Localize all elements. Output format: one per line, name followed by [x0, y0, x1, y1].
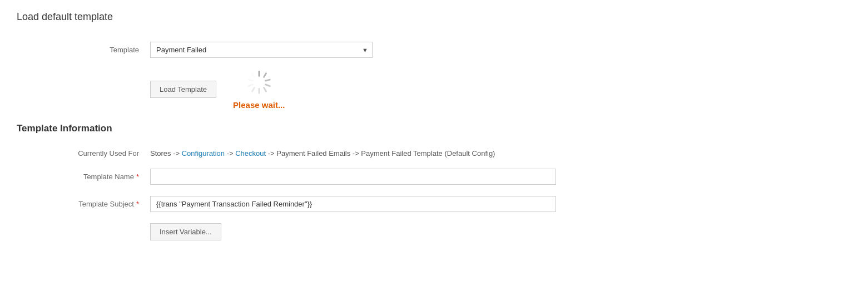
insert-variable-button[interactable]: Insert Variable... — [150, 223, 221, 240]
insert-variable-row: Insert Variable... — [17, 223, 851, 240]
load-template-row: Load Template Please wait... — [150, 69, 851, 110]
svg-line-2 — [265, 80, 270, 81]
svg-line-7 — [249, 85, 253, 86]
template-select[interactable]: Payment Failed — [150, 42, 373, 58]
currently-used-for-prefix: Stores -> — [150, 149, 182, 158]
template-row: Template Payment Failed ▼ — [17, 42, 851, 58]
section-title: Load default template — [17, 11, 851, 28]
template-name-row: Template Name* — [17, 169, 851, 185]
template-subject-input-wrap — [150, 196, 573, 212]
currently-used-for-suffix: -> Payment Failed Emails -> Payment Fail… — [266, 149, 495, 158]
svg-line-8 — [249, 80, 253, 81]
page-container: Load default template Template Payment F… — [17, 11, 851, 240]
checkout-link[interactable]: Checkout — [235, 149, 266, 158]
template-name-label: Template Name* — [17, 169, 150, 181]
loader-area: Please wait... — [233, 69, 285, 110]
template-information-title: Template Information — [17, 123, 851, 134]
template-subject-input[interactable] — [150, 196, 556, 212]
svg-line-4 — [264, 88, 266, 92]
template-subject-row: Template Subject* — [17, 196, 851, 212]
template-label: Template — [17, 42, 150, 54]
spinner-wrap: Please wait... — [233, 69, 285, 110]
insert-variable-spacer — [17, 223, 150, 227]
template-dropdown-wrap: Payment Failed ▼ — [150, 42, 373, 58]
svg-line-6 — [252, 88, 254, 92]
insert-variable-wrap: Insert Variable... — [150, 223, 573, 240]
svg-line-1 — [264, 73, 266, 77]
loading-spinner — [246, 69, 272, 96]
svg-line-3 — [265, 85, 270, 86]
please-wait-text: Please wait... — [233, 100, 285, 110]
template-name-input[interactable] — [150, 169, 556, 185]
template-subject-required: * — [136, 200, 139, 208]
currently-used-for-label: Currently Used For — [17, 145, 150, 158]
template-name-input-wrap — [150, 169, 573, 185]
svg-line-9 — [252, 73, 254, 77]
configuration-link[interactable]: Configuration — [182, 149, 225, 158]
currently-used-for-row: Currently Used For Stores -> Configurati… — [17, 145, 851, 158]
template-name-required: * — [136, 173, 139, 181]
currently-used-for-value: Stores -> Configuration -> Checkout -> P… — [150, 145, 573, 158]
load-template-button[interactable]: Load Template — [150, 81, 216, 98]
template-information-section: Template Information Currently Used For … — [17, 123, 851, 240]
template-select-wrap: Payment Failed ▼ — [150, 42, 573, 58]
template-subject-label: Template Subject* — [17, 196, 150, 208]
currently-used-for-separator-1: -> — [225, 149, 235, 158]
